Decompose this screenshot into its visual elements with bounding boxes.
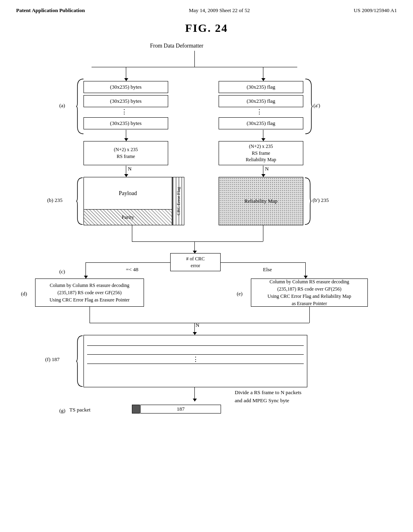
arrow-left-rs-down — [126, 166, 126, 177]
box-d: Column by Column RS erasure decoding (23… — [35, 278, 144, 307]
crc-error-flag-box: CRC Error Flag — [172, 177, 184, 225]
header-right: US 2009/125940 A1 — [354, 7, 397, 14]
mpeg-sync-box — [132, 405, 140, 414]
vline-e-down — [309, 307, 310, 323]
f-row-last — [87, 364, 304, 372]
hline-merge — [132, 241, 263, 242]
ts-label: TS packet — [69, 407, 90, 413]
page-header: Patent Application Publication May 14, 2… — [0, 0, 413, 18]
vline-d-down — [90, 307, 90, 323]
else-label: Else — [263, 266, 272, 273]
vline-b-to-crc — [132, 225, 132, 241]
arrow-f-down — [194, 387, 195, 401]
arrow-left-to-rs — [126, 130, 126, 141]
left-branch-arrow — [126, 77, 126, 81]
label-e: (e) — [237, 291, 242, 297]
f-dots: ⋮ — [87, 355, 304, 364]
right-row-3: (30x235) flag — [219, 117, 303, 129]
arrow-left-branch — [86, 274, 86, 278]
leq48-label: =< 48 — [126, 266, 138, 273]
divide-label: Divide a RS frame to N packets and add M… — [235, 389, 301, 404]
brace-f — [75, 335, 84, 387]
label-g: (g) — [59, 407, 65, 414]
hline-merge-2 — [90, 323, 309, 323]
brace-b-prime — [303, 177, 312, 225]
ts-187-box: 187 — [140, 405, 221, 414]
brace-b — [75, 177, 84, 225]
reliability-map-box: Reliability Map — [219, 177, 303, 225]
line-from-deformatter — [194, 51, 195, 67]
n-label-right: N — [265, 166, 269, 172]
split-line — [92, 67, 297, 67]
arrow-right-to-rs — [263, 130, 263, 141]
arrow-merge-2 — [194, 323, 195, 335]
brace-a-prime — [303, 78, 313, 135]
right-dots: ⋮ — [256, 108, 263, 116]
diagram: From Data Deformatter (30x235) bytes (30… — [13, 43, 400, 526]
n-label-f: N — [196, 322, 199, 328]
f-row-1 — [87, 337, 304, 346]
brace-a — [75, 78, 86, 135]
rs-frame-box: (N+2) x 235 RS frame — [83, 141, 168, 165]
label-f: (f) 187 — [45, 356, 60, 363]
crc-count-box: # of CRC error — [170, 253, 221, 271]
header-left: Patent Application Publication — [16, 7, 85, 14]
crc-error-label: CRC Error Flag — [176, 187, 181, 215]
rs-frame-rel-box: (N+2) x 235 RS frame Reliability Map — [219, 141, 303, 165]
right-row-1: (30x235) flag — [219, 81, 303, 93]
box-e: Column by Column RS erasure decoding (23… — [251, 278, 368, 307]
hline-to-right — [221, 262, 305, 263]
label-c: (c) — [59, 268, 65, 275]
parity-box: Parity — [84, 210, 172, 225]
label-b: (b) 235 — [47, 197, 63, 204]
right-branch-arrow — [263, 77, 263, 81]
arrow-right-rs-down — [263, 166, 263, 177]
left-row-2: (30x235) bytes — [83, 95, 168, 107]
f-row-2 — [87, 346, 304, 355]
label-a: (a) — [59, 102, 65, 109]
left-row-3: (30x235) bytes — [83, 117, 168, 129]
label-b-prime: (b') 235 — [313, 197, 329, 204]
box-f-outer: ⋮ — [83, 335, 307, 387]
right-row-2: (30x235) flag — [219, 95, 303, 107]
n-label-left: N — [128, 166, 131, 172]
left-row-1: (30x235) bytes — [83, 81, 168, 93]
left-dots: ⋮ — [121, 108, 127, 116]
label-d: (d) — [21, 291, 27, 297]
arrow-to-crc-box — [194, 241, 195, 254]
label-a-prime: (a') — [313, 102, 320, 109]
hline-to-left — [86, 262, 170, 263]
payload-box: Payload — [84, 177, 172, 210]
vline-bprime-to-crc — [263, 225, 263, 241]
from-label: From Data Deformatter — [150, 43, 203, 49]
figure-title: FIG. 24 — [0, 22, 413, 35]
header-middle: May 14, 2009 Sheet 22 of 52 — [189, 7, 250, 14]
payload-outer-box: Payload Parity — [83, 177, 172, 225]
